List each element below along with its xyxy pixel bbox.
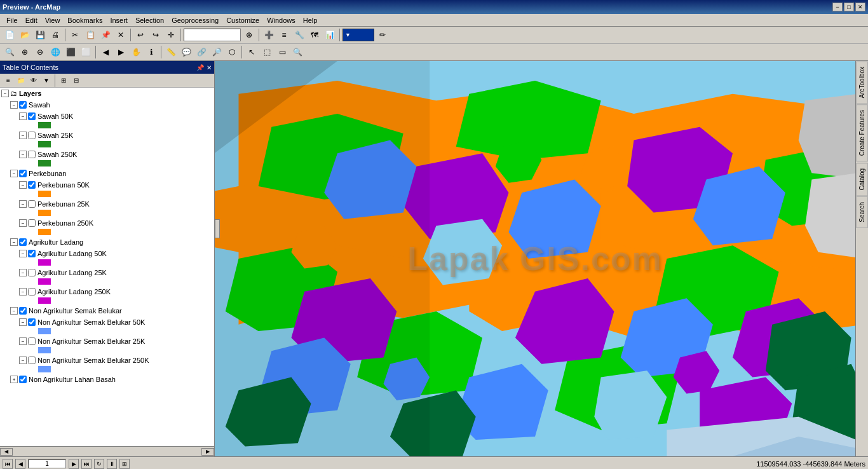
agrikultur-ladang-checkbox[interactable] — [19, 238, 27, 246]
redo-button[interactable]: ↪ — [149, 28, 163, 42]
color-dropdown[interactable]: ▼ — [342, 29, 374, 41]
agrikultur-ladang50k-expand[interactable]: − — [19, 250, 27, 257]
toc-collapse-all[interactable]: ⊟ — [71, 75, 82, 86]
toc-source-view[interactable]: 📁 — [15, 75, 27, 86]
save-button[interactable]: 💾 — [33, 28, 47, 42]
layer-perkebunan50k[interactable]: − Perkebunan 50K — [0, 179, 214, 191]
sawah-expand[interactable]: − — [10, 101, 18, 109]
layer-sawah250k[interactable]: − Sawah 250K — [0, 149, 214, 160]
new-button[interactable]: 📄 — [3, 28, 17, 42]
navigate-button[interactable]: ✛ — [164, 28, 178, 42]
non-agri-semak25k-expand[interactable]: − — [19, 337, 27, 345]
cut-button[interactable]: ✂ — [68, 28, 82, 42]
layer-non-agri-semak50k[interactable]: − Non Agrikultur Semak Belukar 50K — [0, 316, 214, 328]
group-sawah[interactable]: − Sawah — [0, 99, 214, 111]
layout-button[interactable]: ⊞ — [119, 459, 130, 469]
zoom-to-selection[interactable]: 🔍 — [290, 45, 304, 59]
nav-prev-button[interactable]: ◀ — [15, 459, 25, 469]
tools-button-3[interactable]: 📊 — [323, 28, 337, 42]
non-agri-semak250k-checkbox[interactable] — [28, 357, 36, 364]
layer-perkebunan25k[interactable]: − Perkebunan 25K — [0, 198, 214, 210]
perkebunan250k-expand[interactable]: − — [19, 219, 27, 227]
menu-view[interactable]: View — [41, 15, 64, 25]
scale-input[interactable]: 1:1,777,713 — [184, 29, 241, 41]
agrikultur-ladang50k-checkbox[interactable] — [28, 250, 36, 257]
agrikultur-ladang250k-expand[interactable]: − — [19, 288, 27, 296]
perkebunan50k-checkbox[interactable] — [28, 181, 36, 189]
menu-file[interactable]: File — [3, 15, 22, 25]
toc-options[interactable]: ▼ — [41, 75, 52, 86]
toc-hscrollbar[interactable]: ◀ ▶ — [0, 446, 214, 456]
non-agri-lahan-checkbox[interactable] — [19, 376, 27, 383]
sawah250k-expand[interactable]: − — [19, 151, 27, 158]
route-button[interactable]: ⬡ — [225, 45, 239, 59]
sawah25k-expand[interactable]: − — [19, 132, 27, 139]
toc-expand-all[interactable]: ⊞ — [58, 75, 69, 86]
sawah25k-checkbox[interactable] — [28, 132, 36, 139]
nav-last-button[interactable]: ⏭ — [81, 459, 92, 469]
non-agri-semak250k-expand[interactable]: − — [19, 357, 27, 364]
zoom-scale-button[interactable]: ⊕ — [242, 28, 256, 42]
menu-bookmarks[interactable]: Bookmarks — [64, 15, 106, 25]
catalog-tab[interactable]: Catalog — [856, 163, 868, 196]
pan-button[interactable]: ✋ — [129, 45, 143, 59]
toc-close-button[interactable]: ✕ — [207, 64, 212, 71]
globe-button[interactable]: 🌐 — [48, 45, 62, 59]
clear-selection-button[interactable]: ⬚ — [260, 45, 274, 59]
group-non-agri-semak[interactable]: − Non Agrikultur Semak Belukar — [0, 305, 214, 316]
sawah50k-expand[interactable]: − — [19, 112, 27, 120]
paste-button[interactable]: 📌 — [98, 28, 112, 42]
arctoolbox-tab[interactable]: ArcToolbox — [856, 61, 868, 104]
map-tips-button[interactable]: 💬 — [179, 45, 193, 59]
perkebunan250k-checkbox[interactable] — [28, 219, 36, 227]
menu-customize[interactable]: Customize — [222, 15, 263, 25]
agrikultur-ladang-expand[interactable]: − — [10, 238, 18, 246]
group-agrikultur-ladang[interactable]: − Agrikultur Ladang — [0, 236, 214, 248]
menu-geoprocessing[interactable]: Geoprocessing — [168, 15, 222, 25]
non-agri-semak50k-expand[interactable]: − — [19, 318, 27, 326]
non-agri-semak50k-checkbox[interactable] — [28, 318, 36, 326]
perkebunan25k-expand[interactable]: − — [19, 200, 27, 208]
search-tab[interactable]: Search — [856, 196, 868, 228]
toc-pin-button[interactable]: 📌 — [196, 64, 204, 71]
add-data-button[interactable]: ➕ — [262, 28, 276, 42]
find-button[interactable]: 🔎 — [210, 45, 224, 59]
toc-content[interactable]: − 🗂 Layers − Sawah − Sawah 50K − — [0, 88, 214, 456]
menu-windows[interactable]: Windows — [263, 15, 299, 25]
layer-options-button[interactable]: ≡ — [277, 28, 291, 42]
tools-button-2[interactable]: 🗺 — [308, 28, 322, 42]
layer-agrikultur-ladang250k[interactable]: − Agrikultur Ladang 250K — [0, 286, 214, 297]
toc-list-view[interactable]: ≡ — [3, 75, 14, 86]
group-perkebunan[interactable]: − Perkebunan — [0, 168, 214, 179]
layer-non-agri-semak25k[interactable]: − Non Agrikultur Semak Belukar 25K — [0, 336, 214, 347]
select-button-2[interactable]: ⬜ — [79, 45, 93, 59]
layer-non-agri-semak250k[interactable]: − Non Agrikultur Semak Belukar 250K — [0, 355, 214, 366]
agrikultur-ladang25k-checkbox[interactable] — [28, 269, 36, 276]
sawah-checkbox[interactable] — [19, 101, 27, 109]
select-features-button[interactable]: ↖ — [245, 45, 259, 59]
print-button[interactable]: 🖨 — [48, 28, 62, 42]
map-area[interactable]: Lapak GIS.com — [215, 61, 855, 456]
create-features-tab[interactable]: Create Features — [856, 104, 868, 161]
layer-perkebunan250k[interactable]: − Perkebunan 250K — [0, 217, 214, 229]
undo-button[interactable]: ↩ — [133, 28, 147, 42]
refresh-button[interactable]: ↻ — [94, 459, 104, 469]
select-by-rect[interactable]: ▭ — [275, 45, 289, 59]
close-button[interactable]: ✕ — [855, 3, 865, 11]
menu-insert[interactable]: Insert — [106, 15, 132, 25]
toc-resize-handle[interactable] — [215, 219, 220, 238]
group-non-agri-lahan[interactable]: + Non Agrikultur Lahan Basah — [0, 374, 214, 385]
perkebunan50k-expand[interactable]: − — [19, 181, 27, 189]
forward-button[interactable]: ▶ — [114, 45, 128, 59]
nav-next-button[interactable]: ▶ — [69, 459, 79, 469]
non-agri-lahan-expand[interactable]: + — [10, 376, 18, 383]
layers-root[interactable]: − 🗂 Layers — [0, 88, 214, 99]
perkebunan25k-checkbox[interactable] — [28, 200, 36, 208]
nav-first-button[interactable]: ⏮ — [3, 459, 13, 469]
layer-sawah25k[interactable]: − Sawah 25K — [0, 130, 214, 141]
hscroll-right-btn[interactable]: ▶ — [201, 448, 214, 456]
perkebunan-checkbox[interactable] — [19, 170, 27, 177]
non-agri-semak-expand[interactable]: − — [10, 307, 18, 315]
identify-button[interactable]: ℹ — [144, 45, 158, 59]
agrikultur-ladang25k-expand[interactable]: − — [19, 269, 27, 276]
